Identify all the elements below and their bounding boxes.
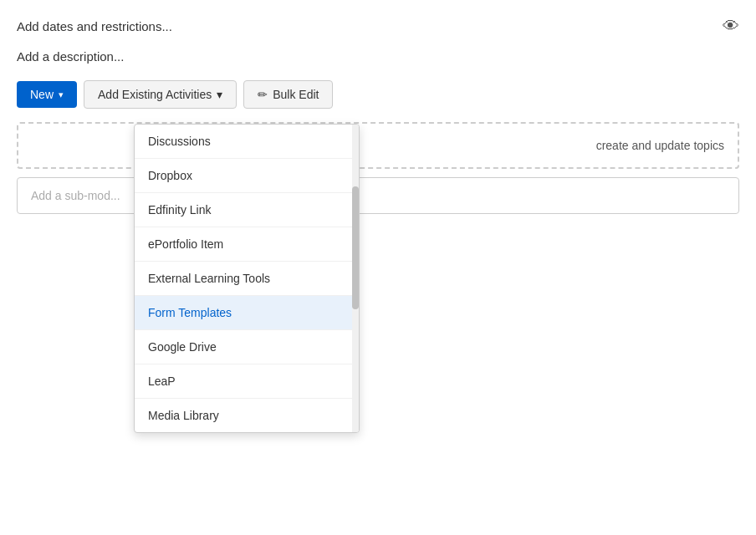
add-description-link[interactable]: Add a description... bbox=[17, 49, 739, 64]
bulk-edit-label: Bulk Edit bbox=[273, 88, 319, 101]
visibility-toggle-button[interactable]: 👁 bbox=[723, 17, 739, 36]
add-existing-chevron-icon: ▾ bbox=[217, 88, 222, 101]
dropdown-item[interactable]: Discussions bbox=[135, 125, 359, 159]
dropdown-item[interactable]: Dropbox bbox=[135, 159, 359, 193]
pencil-icon: ✏ bbox=[258, 88, 268, 101]
activity-dropdown: DiscussionsDropboxEdfinity LinkePortfoli… bbox=[134, 124, 360, 433]
scrollbar-thumb bbox=[352, 186, 359, 309]
new-chevron-icon: ▾ bbox=[59, 89, 64, 100]
eye-icon: 👁 bbox=[723, 17, 739, 35]
content-area-box: create and update topics bbox=[17, 122, 739, 169]
content-area-text: create and update topics bbox=[596, 139, 724, 152]
dropdown-item[interactable]: Media Library bbox=[135, 399, 359, 432]
add-dates-link[interactable]: Add dates and restrictions... bbox=[17, 19, 172, 33]
add-existing-label: Add Existing Activities bbox=[98, 88, 212, 101]
bulk-edit-button[interactable]: ✏ Bulk Edit bbox=[243, 80, 333, 109]
dropdown-item[interactable]: Form Templates bbox=[135, 296, 359, 330]
sub-module-placeholder: Add a sub-mod... bbox=[31, 189, 120, 202]
dropdown-item[interactable]: Google Drive bbox=[135, 330, 359, 364]
dropdown-scroll[interactable]: DiscussionsDropboxEdfinity LinkePortfoli… bbox=[135, 125, 359, 432]
scrollbar-track bbox=[352, 125, 359, 432]
dropdown-item[interactable]: LeaP bbox=[135, 364, 359, 399]
toolbar: New ▾ Add Existing Activities ▾ ✏ Bulk E… bbox=[17, 80, 739, 109]
new-button-label: New bbox=[30, 88, 54, 101]
dropdown-item[interactable]: External Learning Tools bbox=[135, 262, 359, 296]
add-existing-activities-button[interactable]: Add Existing Activities ▾ bbox=[84, 80, 237, 109]
dropdown-item[interactable]: ePortfolio Item bbox=[135, 227, 359, 262]
dropdown-item[interactable]: Edfinity Link bbox=[135, 193, 359, 227]
sub-module-row[interactable]: Add a sub-mod... bbox=[17, 177, 739, 214]
new-button[interactable]: New ▾ bbox=[17, 81, 77, 108]
